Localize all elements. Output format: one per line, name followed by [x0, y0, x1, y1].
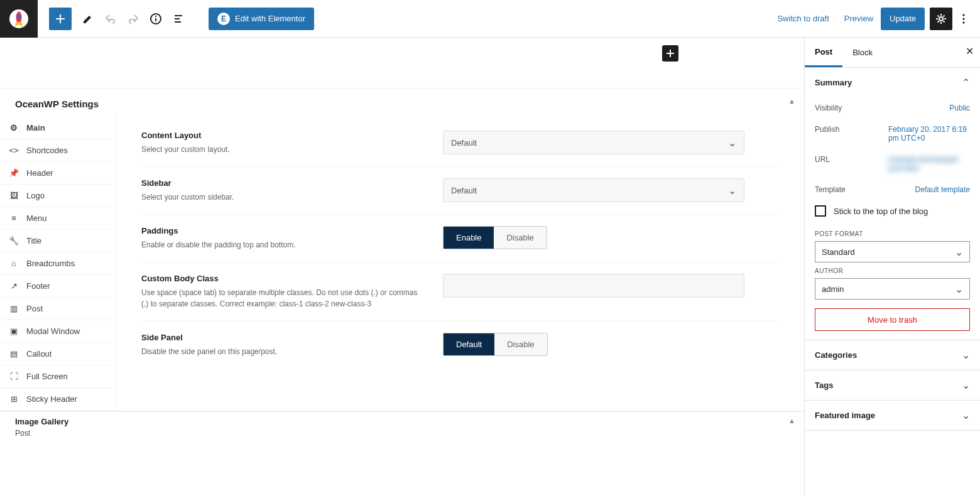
outline-button[interactable]: [167, 8, 190, 30]
update-button[interactable]: Update: [881, 8, 925, 30]
edit-mode-button[interactable]: [77, 8, 99, 30]
sidebar-tab-post[interactable]: Post: [805, 38, 842, 67]
owp-tab-title[interactable]: 🔧Title: [0, 230, 116, 252]
svg-point-5: [939, 17, 943, 21]
home-icon: ⌂: [9, 259, 19, 268]
post-format-select[interactable]: Standard: [815, 241, 970, 262]
svg-point-7: [963, 18, 965, 19]
svg-point-6: [963, 14, 965, 16]
oceanwp-settings-title: OceanWP Settings: [0, 89, 804, 117]
sidebar-select[interactable]: Default: [443, 178, 744, 202]
elementor-label: Edit with Elementor: [235, 14, 305, 23]
note-icon: ▤: [9, 349, 19, 359]
switch-to-draft-button[interactable]: Switch to draft: [770, 14, 836, 23]
post-format-label: POST FORMAT: [815, 230, 970, 237]
sidebar-tab-block[interactable]: Block: [842, 38, 883, 67]
owp-tab-header[interactable]: 📌Header: [0, 162, 116, 185]
undo-button[interactable]: [99, 8, 122, 30]
visibility-value[interactable]: Public: [949, 104, 970, 112]
featured-image-header[interactable]: Featured image: [805, 401, 980, 430]
chevron-down-icon: [962, 349, 970, 361]
elementor-icon: E: [217, 13, 230, 25]
image-icon: 🖼: [9, 191, 19, 200]
preview-button[interactable]: Preview: [837, 14, 881, 23]
author-label: AUTHOR: [815, 267, 970, 274]
featured-image-section: Featured image: [805, 401, 980, 431]
info-icon: [150, 13, 162, 25]
side-panel-default[interactable]: Default: [444, 333, 494, 355]
undo-icon: [104, 13, 117, 25]
owp-tab-callout[interactable]: ▤Callout: [0, 343, 116, 365]
body-class-help: Use space (space tab) to separate multip…: [141, 287, 418, 310]
panel-collapse-toggle[interactable]: ▲: [788, 417, 795, 424]
panel-collapse-toggle[interactable]: ▲: [788, 97, 795, 105]
settings-toggle-button[interactable]: [930, 8, 952, 30]
template-value[interactable]: Default template: [915, 185, 970, 194]
content-layout-help: Select your custom layout.: [141, 144, 418, 155]
paddings-disable[interactable]: Disable: [494, 227, 546, 249]
add-block-button[interactable]: [49, 8, 72, 30]
svg-point-1: [17, 14, 21, 18]
rocket-icon: [8, 8, 30, 30]
post-settings-sidebar: Post Block ✕ Summary Visibility Public P…: [804, 38, 980, 496]
owp-tab-post[interactable]: ▥Post: [0, 298, 116, 320]
sidebar-field-label: Sidebar: [141, 178, 418, 188]
block-inserter-inline[interactable]: [662, 45, 678, 62]
paddings-label: Paddings: [141, 226, 418, 235]
owp-tab-menu[interactable]: ≡Menu: [0, 207, 116, 230]
sidebar-close-button[interactable]: ✕: [966, 45, 974, 57]
paddings-help: Enable or disable the padding top and bo…: [141, 239, 418, 251]
tags-header[interactable]: Tags: [805, 370, 980, 400]
url-label: URL: [815, 155, 830, 173]
svg-point-8: [963, 21, 965, 23]
url-value[interactable]: example.test/sample-post-item: [888, 155, 970, 173]
author-select[interactable]: admin: [815, 278, 970, 299]
gear-icon: ⚙: [9, 123, 19, 132]
gear-icon: [935, 13, 947, 25]
paddings-toggle: Enable Disable: [443, 226, 547, 249]
publish-value[interactable]: February 20, 2017 6:19 pm UTC+0: [888, 125, 970, 143]
pin-icon: 📌: [9, 168, 19, 178]
sidebar-field-help: Select your custom sidebar.: [141, 191, 418, 203]
owp-tab-sticky[interactable]: ⊞Sticky Header: [0, 388, 116, 411]
owp-tab-main[interactable]: ⚙Main: [0, 117, 116, 139]
more-options-button[interactable]: [952, 8, 975, 30]
arrow-icon: ↗: [9, 281, 19, 291]
move-to-trash-button[interactable]: Move to trash: [815, 308, 970, 331]
svg-rect-3: [155, 18, 156, 21]
copy-icon: ▥: [9, 304, 19, 313]
redo-button[interactable]: [122, 8, 144, 30]
owp-tab-logo[interactable]: 🖼Logo: [0, 185, 116, 207]
template-label: Template: [815, 185, 846, 194]
owp-tab-shortcodes[interactable]: <>Shortcodes: [0, 139, 116, 162]
code-icon: <>: [9, 146, 19, 155]
fullscreen-icon: ⛶: [9, 372, 19, 381]
owp-tab-footer[interactable]: ↗Footer: [0, 275, 116, 298]
pencil-icon: [82, 13, 94, 25]
body-class-label: Custom Body Class: [141, 274, 418, 283]
info-button[interactable]: [144, 8, 167, 30]
image-gallery-panel: Image Gallery Post ▲: [0, 411, 804, 443]
side-panel-help: Disable the side panel on this page/post…: [141, 346, 418, 357]
body-class-input[interactable]: [443, 274, 744, 298]
kebab-icon: [957, 13, 970, 25]
categories-header[interactable]: Categories: [805, 340, 980, 370]
chevron-down-icon: [962, 409, 970, 421]
chevron-down-icon: [955, 246, 963, 258]
owp-tab-breadcrumbs[interactable]: ⌂Breadcrumbs: [0, 252, 116, 275]
oceanwp-settings-panel: OceanWP Settings ▲ ⚙Main <>Shortcodes 📌H…: [0, 88, 804, 411]
plus-icon: [54, 13, 67, 25]
expand-icon: ▣: [9, 326, 19, 336]
owp-tab-fullscreen[interactable]: ⛶Full Screen: [0, 365, 116, 388]
content-layout-select[interactable]: Default: [443, 131, 744, 154]
owp-tab-modal[interactable]: ▣Modal Window: [0, 320, 116, 343]
edit-with-elementor-button[interactable]: E Edit with Elementor: [209, 8, 314, 30]
stick-checkbox[interactable]: [815, 205, 826, 217]
summary-header[interactable]: Summary: [805, 68, 980, 97]
paddings-enable[interactable]: Enable: [444, 227, 494, 249]
editor-topbar: E Edit with Elementor Switch to draft Pr…: [0, 0, 980, 38]
side-panel-disable[interactable]: Disable: [494, 333, 547, 355]
image-gallery-title: Image Gallery: [15, 417, 68, 426]
chevron-down-icon: [728, 137, 736, 149]
site-logo[interactable]: [0, 0, 38, 38]
